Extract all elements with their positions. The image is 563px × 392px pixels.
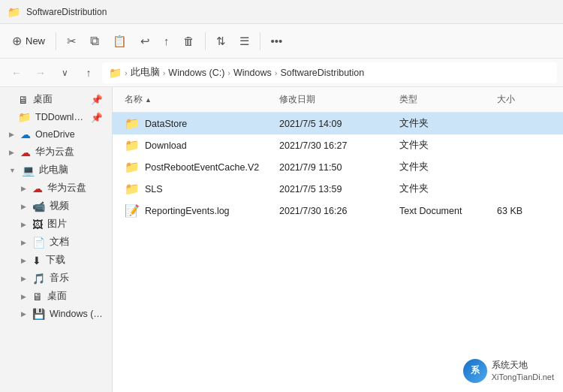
delete-button[interactable]: 🗑 bbox=[177, 31, 200, 51]
main-content: 🖥 桌面 📌 📁 TDDownload (V 📌 ▶ ☁ OneDrive ▶ … bbox=[0, 87, 563, 392]
table-row[interactable]: 📁 SLS 2021/7/5 13:59 文件夹 bbox=[113, 178, 563, 200]
table-row[interactable]: 📁 PostRebootEventCache.V2 2021/7/9 11:50… bbox=[113, 156, 563, 178]
copy-button[interactable]: ⧉ bbox=[84, 30, 105, 53]
file-type: 文件夹 bbox=[396, 180, 494, 198]
share-button[interactable]: ↑ bbox=[158, 31, 176, 51]
new-icon: ⊕ bbox=[12, 34, 22, 48]
sidebar-item-this-pc[interactable]: ▼ 💻 此电脑 bbox=[3, 161, 109, 179]
sidebar-item-huawei-cloud2[interactable]: ▶ ☁ 华为云盘 bbox=[3, 179, 109, 197]
sidebar-item-pictures[interactable]: ▶ 🖼 图片 bbox=[3, 216, 109, 233]
cut-icon: ✂ bbox=[67, 35, 77, 48]
delete-icon: 🗑 bbox=[183, 35, 194, 47]
file-name: ReportingEvents.log bbox=[145, 206, 230, 216]
sidebar-label-this-pc: 此电脑 bbox=[39, 164, 103, 176]
new-label: New bbox=[26, 35, 45, 47]
sidebar-item-music[interactable]: ▶ 🎵 音乐 bbox=[3, 270, 109, 287]
back-button[interactable]: ← bbox=[6, 62, 27, 83]
sidebar-item-onedrive[interactable]: ▶ ☁ OneDrive bbox=[3, 126, 109, 143]
table-row[interactable]: 📁 DataStore 2021/7/5 14:09 文件夹 bbox=[113, 113, 563, 134]
sidebar-label-huawei-cloud2: 华为云盘 bbox=[47, 182, 103, 194]
file-icon: 📁 bbox=[125, 182, 140, 196]
onedrive-expand: ▶ bbox=[9, 131, 14, 138]
breadcrumb-windows[interactable]: Windows bbox=[233, 68, 272, 78]
copy-icon: ⧉ bbox=[90, 34, 99, 49]
expand-button[interactable]: ∨ bbox=[54, 62, 75, 83]
sort-arrow: ▲ bbox=[145, 96, 152, 104]
sidebar-item-huawei-cloud[interactable]: ▶ ☁ 华为云盘 bbox=[3, 143, 109, 161]
breadcrumb-windows-c[interactable]: Windows (C:) bbox=[168, 68, 224, 78]
col-type-label: 类型 bbox=[399, 93, 417, 106]
file-name-cell: 📝 ReportingEvents.log bbox=[122, 201, 276, 220]
documents-expand: ▶ bbox=[21, 239, 26, 246]
cut-button[interactable]: ✂ bbox=[61, 31, 83, 52]
col-header-size[interactable]: 大小 bbox=[494, 90, 554, 109]
toolbar-separator-2 bbox=[205, 32, 206, 50]
file-size bbox=[494, 122, 554, 126]
sidebar-label-music: 音乐 bbox=[50, 272, 103, 285]
col-name-label: 名称 bbox=[125, 93, 143, 106]
watermark: 系 系统天地 XiTongTianDi.net bbox=[463, 359, 554, 383]
desktop-icon: 🖥 bbox=[18, 94, 29, 106]
sidebar-label-documents: 文档 bbox=[50, 236, 103, 249]
breadcrumb-sep-0: › bbox=[125, 68, 128, 77]
sidebar-item-documents[interactable]: ▶ 📄 文档 bbox=[3, 234, 109, 251]
sidebar-item-tddownload[interactable]: 📁 TDDownload (V 📌 bbox=[3, 109, 109, 125]
huawei-cloud2-icon: ☁ bbox=[32, 182, 43, 194]
more-button[interactable]: ••• bbox=[265, 31, 289, 51]
more-icon: ••• bbox=[271, 35, 283, 47]
col-header-modified[interactable]: 修改日期 bbox=[276, 90, 396, 109]
breadcrumb-this-pc[interactable]: 此电脑 bbox=[131, 66, 160, 79]
col-modified-label: 修改日期 bbox=[279, 93, 315, 106]
tddownload-icon: 📁 bbox=[18, 111, 31, 123]
breadcrumb-sep-2: › bbox=[227, 68, 230, 77]
file-name-cell: 📁 Download bbox=[122, 136, 276, 155]
sort-button[interactable]: ⇅ bbox=[210, 31, 232, 52]
col-header-name[interactable]: 名称 ▲ bbox=[122, 90, 276, 109]
sidebar-label-huawei-cloud: 华为云盘 bbox=[35, 146, 103, 158]
desktop2-icon: 🖥 bbox=[32, 291, 43, 303]
rename-button[interactable]: ↩ bbox=[134, 31, 156, 52]
sidebar-item-video[interactable]: ▶ 📹 视频 bbox=[3, 198, 109, 215]
music-icon: 🎵 bbox=[32, 273, 45, 285]
sidebar-item-desktop2[interactable]: ▶ 🖥 桌面 bbox=[3, 288, 109, 305]
col-size-label: 大小 bbox=[497, 93, 515, 106]
file-size: 63 KB bbox=[494, 204, 554, 219]
col-header-type[interactable]: 类型 bbox=[396, 90, 494, 109]
sidebar-item-desktop1[interactable]: 🖥 桌面 📌 bbox=[3, 91, 109, 108]
documents-icon: 📄 bbox=[32, 237, 45, 249]
pin-icon: 📌 bbox=[91, 94, 103, 105]
watermark-text: 系统天地 XiTongTianDi.net bbox=[492, 359, 554, 383]
this-pc-icon: 💻 bbox=[22, 164, 35, 176]
sidebar-label-onedrive: OneDrive bbox=[35, 129, 103, 140]
onedrive-icon: ☁ bbox=[20, 128, 31, 140]
toolbar-separator-1 bbox=[56, 32, 56, 50]
paste-button[interactable]: 📋 bbox=[107, 31, 133, 52]
breadcrumb-softwaredistribution[interactable]: SoftwareDistribution bbox=[280, 68, 364, 78]
file-modified: 2021/7/30 16:27 bbox=[276, 138, 396, 153]
downloads-icon: ⬇ bbox=[32, 255, 41, 267]
sidebar-label-video: 视频 bbox=[50, 200, 103, 213]
title-bar-icon: 📁 bbox=[8, 6, 20, 18]
view-button[interactable]: ☰ bbox=[233, 31, 255, 52]
video-icon: 📹 bbox=[32, 201, 45, 213]
table-row[interactable]: 📁 Download 2021/7/30 16:27 文件夹 bbox=[113, 134, 563, 156]
file-name: PostRebootEventCache.V2 bbox=[145, 162, 259, 173]
breadcrumb[interactable]: 📁 › 此电脑 › Windows (C:) › Windows › Softw… bbox=[102, 62, 557, 83]
file-modified: 2021/7/9 11:50 bbox=[276, 160, 396, 175]
sidebar-label-tddownload: TDDownload (V bbox=[35, 112, 86, 122]
sidebar-item-windows-c[interactable]: ▶ 💾 Windows (C:) bbox=[3, 306, 109, 322]
sidebar-item-downloads[interactable]: ▶ ⬇ 下载 bbox=[3, 252, 109, 269]
forward-button[interactable]: → bbox=[30, 62, 51, 83]
table-row[interactable]: 📝 ReportingEvents.log 2021/7/30 16:26 Te… bbox=[113, 200, 563, 222]
file-type: Text Document bbox=[396, 204, 494, 219]
breadcrumb-folder-icon: 📁 bbox=[109, 67, 122, 79]
file-name: SLS bbox=[145, 184, 163, 194]
new-button[interactable]: ⊕ New bbox=[6, 30, 51, 52]
file-modified: 2021/7/5 13:59 bbox=[276, 182, 396, 197]
sort-icon: ⇅ bbox=[216, 35, 226, 48]
up-button[interactable]: ↑ bbox=[78, 62, 99, 83]
file-size bbox=[494, 165, 554, 170]
sidebar: 🖥 桌面 📌 📁 TDDownload (V 📌 ▶ ☁ OneDrive ▶ … bbox=[0, 87, 113, 392]
windows-c-icon: 💾 bbox=[32, 308, 45, 320]
file-name: Download bbox=[145, 140, 187, 151]
